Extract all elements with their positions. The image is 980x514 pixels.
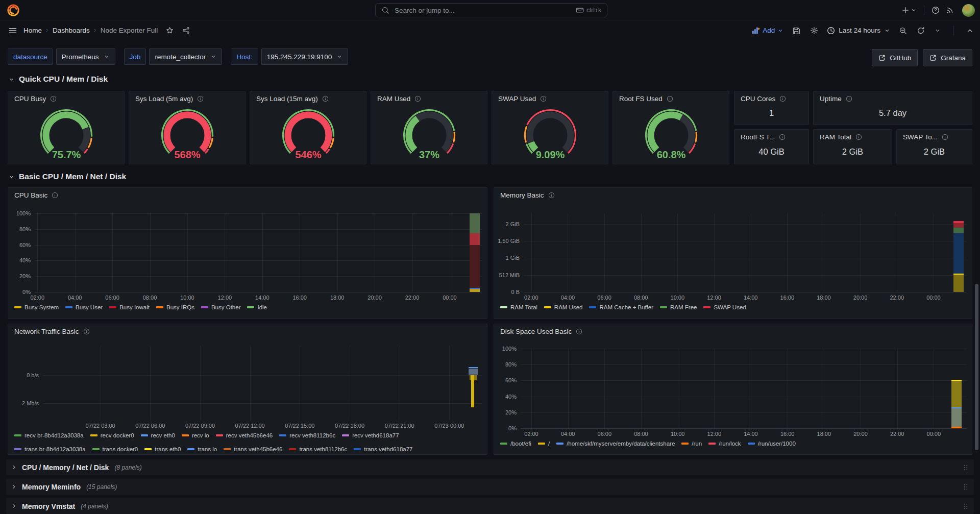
panel-title[interactable]: RAM Used <box>371 91 487 103</box>
y-axis-label: 40% <box>494 394 517 400</box>
panel-title[interactable]: Sys Load (15m avg) <box>250 91 366 103</box>
favorite-button[interactable] <box>165 26 175 35</box>
refresh-button[interactable] <box>916 26 926 36</box>
panel-title[interactable]: RAM Total <box>814 130 892 141</box>
legend-item[interactable]: Busy System <box>14 304 59 310</box>
breadcrumb-item[interactable]: Home <box>23 27 42 34</box>
panel-title[interactable]: SWAP Used <box>492 91 608 103</box>
legend-item[interactable]: SWAP Used <box>703 304 746 310</box>
legend-item[interactable]: RAM Cache + Buffer <box>589 304 653 310</box>
row-panel-count: (15 panels) <box>86 483 117 491</box>
legend-item[interactable]: RAM Used <box>544 304 583 310</box>
link-button-github[interactable]: GitHub <box>872 49 918 66</box>
help-button[interactable] <box>929 4 942 17</box>
link-button-grafana[interactable]: Grafana <box>923 49 972 66</box>
kiosk-button[interactable] <box>965 26 975 36</box>
variable-value-dropdown[interactable]: Prometheus <box>56 48 115 65</box>
gridline <box>521 349 967 349</box>
legend-item[interactable]: /run/user/1000 <box>748 440 796 447</box>
grafana-logo[interactable] <box>7 4 20 17</box>
section-header[interactable]: Basic CPU / Mem / Net / Disk <box>8 172 126 181</box>
legend-item[interactable]: recv veth45b6e46 <box>216 432 273 438</box>
row-panel-count: (8 panels) <box>114 464 141 471</box>
zoom-out-button[interactable] <box>898 26 908 36</box>
variable-value-dropdown[interactable]: 195.245.229.19:9100 <box>261 48 349 65</box>
section-header[interactable]: Quick CPU / Mem / Disk <box>8 75 108 84</box>
legend-item[interactable]: Busy Other <box>201 304 241 310</box>
variable-label[interactable]: Job <box>124 48 146 65</box>
legend-item[interactable]: RAM Free <box>660 304 697 310</box>
breadcrumb-item[interactable]: Node Exporter Full <box>101 27 158 34</box>
menu-button[interactable] <box>6 24 19 37</box>
share-button[interactable] <box>181 26 191 35</box>
x-axis-label: 07/22 06:00 <box>135 423 165 429</box>
legend-item[interactable]: RAM Total <box>500 304 537 310</box>
refresh-interval-button[interactable] <box>934 27 942 35</box>
panel-title[interactable]: RootFS T... <box>734 130 808 141</box>
gridline <box>37 213 38 292</box>
variable-value: remote_collector <box>155 53 206 61</box>
legend-item[interactable]: Busy Iowait <box>109 304 150 310</box>
legend-item[interactable]: Busy User <box>65 304 103 310</box>
legend-item[interactable]: trans docker0 <box>92 446 138 452</box>
panel-title[interactable]: Memory Basic <box>494 188 972 199</box>
settings-button[interactable] <box>809 26 819 36</box>
variable-label[interactable]: Host: <box>231 48 258 65</box>
variable-label[interactable]: datasource <box>8 48 53 65</box>
save-button[interactable] <box>791 26 801 36</box>
legend-item[interactable]: Busy IRQs <box>156 304 194 310</box>
legend-chip <box>92 448 100 450</box>
legend-item[interactable]: trans veth45b6e46 <box>224 446 282 452</box>
legend-item[interactable]: trans vethd618a77 <box>354 446 412 452</box>
panel-title[interactable]: Network Traffic Basic <box>8 324 487 335</box>
zoom-out-icon <box>899 27 907 35</box>
drag-handle-icon[interactable] <box>962 483 969 491</box>
legend-item[interactable]: /boot/efi <box>500 440 531 447</box>
legend-chip <box>65 306 72 308</box>
x-axis-label: 22:00 <box>890 431 904 437</box>
panel-title[interactable]: SWAP To... <box>897 130 972 141</box>
collapsed-row[interactable]: Memory Meminfo(15 panels) <box>6 479 974 495</box>
legend-item[interactable]: recv vethd618a77 <box>342 432 399 438</box>
user-avatar[interactable] <box>962 4 975 17</box>
legend-item[interactable]: trans br-8b4d12a3038a <box>14 446 86 452</box>
series-sample <box>953 228 964 233</box>
variable-value-dropdown[interactable]: remote_collector <box>149 48 222 65</box>
legend-item[interactable]: recv lo <box>182 432 209 438</box>
legend-item[interactable]: trans veth8112b6c <box>289 446 347 452</box>
legend-item[interactable]: /home/skf/myserve/emby/data/clientshare <box>556 440 675 447</box>
legend-item[interactable]: Idle <box>247 304 267 310</box>
add-button[interactable]: Add <box>752 27 783 35</box>
panel-title[interactable]: Disk Space Used Basic <box>494 324 972 335</box>
panel-title[interactable]: CPU Cores <box>734 91 808 103</box>
legend-chip <box>14 448 21 450</box>
panel-title-text: Sys Load (5m avg) <box>135 95 193 103</box>
x-axis-label: 04:00 <box>561 295 575 301</box>
time-range-picker[interactable]: Last 24 hours <box>827 27 890 35</box>
breadcrumb-item[interactable]: Dashboards <box>53 27 90 34</box>
legend-item[interactable]: recv br-8b4d12a3038a <box>14 432 84 438</box>
search-input[interactable] <box>394 6 572 15</box>
panel-title[interactable]: CPU Busy <box>8 91 124 103</box>
panel-title[interactable]: CPU Basic <box>8 188 487 199</box>
legend-item[interactable]: trans lo <box>187 446 217 452</box>
drag-handle-icon[interactable] <box>962 503 969 510</box>
stat-panel: RootFS T...40 GiB <box>734 129 809 164</box>
drag-handle-icon[interactable] <box>962 464 969 471</box>
legend-item[interactable]: trans eth0 <box>144 446 181 452</box>
legend-item[interactable]: / <box>538 440 550 447</box>
new-button[interactable] <box>899 4 919 17</box>
collapsed-row[interactable]: Memory Vmstat(4 panels) <box>6 498 974 514</box>
legend-item[interactable]: recv veth8112b6c <box>279 432 335 438</box>
panel-title[interactable]: Root FS Used <box>613 91 729 103</box>
news-button[interactable] <box>943 4 957 17</box>
legend-item[interactable]: /run/lock <box>708 440 741 447</box>
legend-item[interactable]: recv eth0 <box>141 432 175 438</box>
search-bar[interactable]: ctrl+k <box>375 3 607 17</box>
page-scrollbar[interactable] <box>975 284 978 450</box>
legend-item[interactable]: /run <box>681 440 702 447</box>
panel-title[interactable]: Sys Load (5m avg) <box>129 91 245 103</box>
legend-item[interactable]: recv docker0 <box>90 432 134 438</box>
collapsed-row[interactable]: CPU / Memory / Net / Disk(8 panels) <box>6 459 974 475</box>
panel-title[interactable]: Uptime <box>814 91 972 103</box>
